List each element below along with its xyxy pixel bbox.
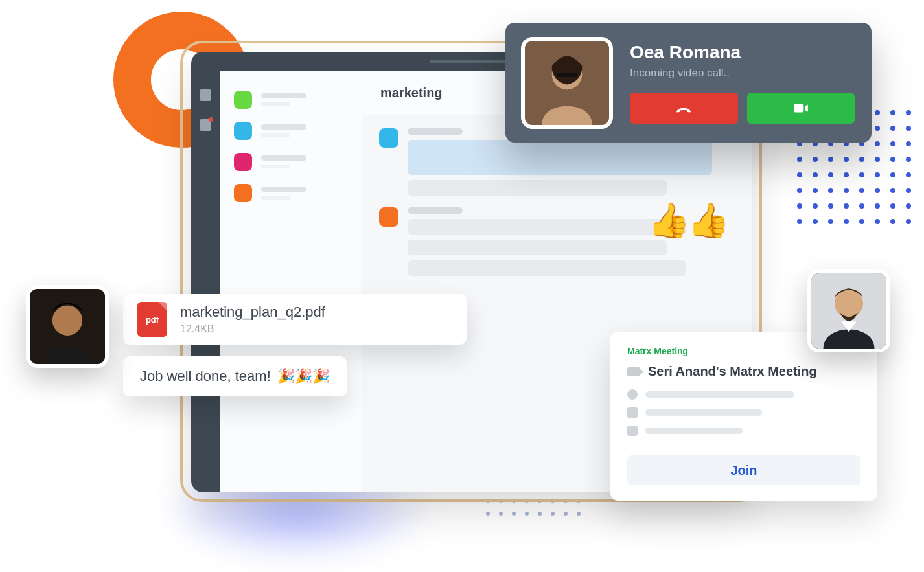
info-icon — [627, 389, 638, 400]
message-content-block — [408, 260, 686, 276]
pdf-icon: pdf — [137, 302, 167, 337]
decline-call-button[interactable] — [630, 93, 738, 124]
attachment-filename: marketing_plan_q2.pdf — [180, 304, 325, 321]
party-popper-emoji: 🎉🎉🎉 — [277, 368, 330, 385]
message-content-block — [408, 240, 667, 255]
avatar-illustration — [811, 273, 886, 349]
sidebar-item[interactable] — [220, 84, 362, 115]
message-card: Job well done, team! 🎉🎉🎉 — [123, 356, 347, 396]
incoming-call-popover: Oea Romana Incoming video call.. — [505, 23, 872, 143]
thumbs-up-reaction: 👍👍 — [648, 201, 727, 240]
caller-avatar — [521, 37, 613, 129]
channel-swatch — [234, 184, 252, 202]
accept-video-call-button[interactable] — [747, 93, 855, 124]
rail-menu-icon[interactable] — [200, 89, 211, 101]
meeting-title: Seri Anand's Matrx Meeting — [648, 364, 817, 379]
attachment-size: 12.4KB — [180, 323, 325, 335]
call-subtitle: Incoming video call.. — [630, 67, 855, 80]
attachment-card[interactable]: pdf marketing_plan_q2.pdf 12.4KB — [123, 294, 467, 345]
video-camera-icon — [792, 100, 809, 117]
message-avatar — [379, 128, 398, 148]
titlebar-handle — [430, 60, 514, 63]
channel-preview — [261, 187, 347, 200]
channel-preview — [261, 124, 347, 137]
sidebar-item[interactable] — [220, 146, 362, 177]
meeting-detail-placeholder — [645, 391, 794, 398]
message-content-block — [408, 140, 712, 175]
meeting-detail-placeholder — [645, 409, 762, 416]
meeting-invite-card: Matrx Meeting Seri Anand's Matrx Meeting… — [610, 332, 877, 501]
avatar-card-left — [26, 285, 109, 368]
sidebar-item[interactable] — [220, 115, 362, 146]
list-icon — [627, 426, 638, 436]
sender-placeholder — [408, 128, 463, 135]
channel-preview — [261, 155, 347, 168]
svg-rect-2 — [557, 73, 577, 77]
message-content-block — [408, 219, 686, 235]
channel-swatch — [234, 91, 252, 109]
channel-swatch — [234, 122, 252, 140]
join-meeting-button[interactable]: Join — [627, 455, 860, 485]
sender-placeholder — [408, 207, 463, 214]
caller-name: Oea Romana — [630, 42, 855, 63]
avatar-illustration — [525, 41, 609, 125]
channel-preview — [261, 93, 347, 106]
message-content-block — [408, 180, 667, 196]
nav-rail — [191, 71, 220, 492]
channel-sidebar — [220, 71, 362, 492]
list-icon — [627, 407, 638, 418]
message-text: Job well done, team! — [140, 368, 271, 385]
avatar-card-right — [807, 269, 890, 352]
video-icon — [627, 367, 640, 376]
channel-swatch — [234, 153, 252, 171]
avatar-illustration — [30, 289, 105, 364]
rail-messages-icon[interactable] — [200, 119, 211, 131]
message-avatar — [379, 207, 398, 227]
svg-point-4 — [52, 306, 82, 336]
meeting-detail-placeholder — [645, 428, 743, 434]
phone-hangup-icon — [675, 100, 692, 117]
sidebar-item[interactable] — [220, 177, 362, 209]
